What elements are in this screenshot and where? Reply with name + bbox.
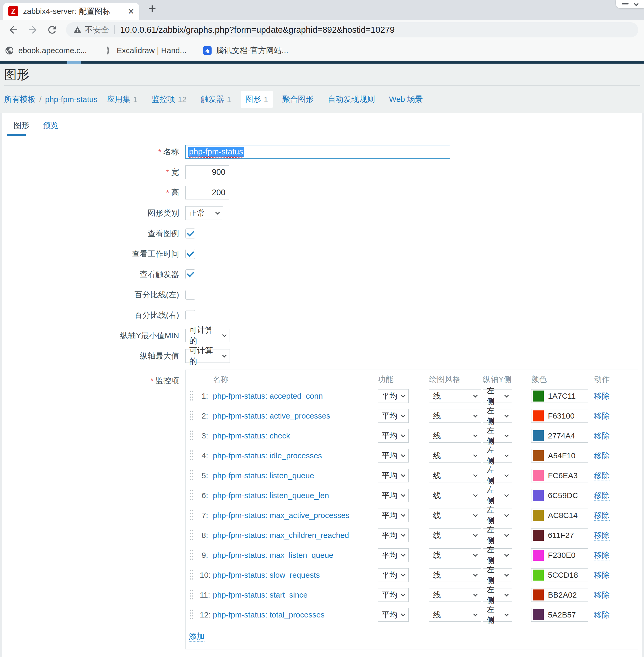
item-name-link[interactable]: php-fpm-status: idle_processes [213,451,322,460]
height-input[interactable]: 200 [185,186,229,200]
checkbox[interactable] [185,310,195,320]
nav-tab-link[interactable]: 应用集 [107,94,130,105]
function-select[interactable]: 平均 [378,509,409,522]
drag-handle-icon[interactable] [190,450,193,461]
color-picker[interactable]: 5CCD18 [531,568,588,582]
nav-tab-link[interactable]: 触发器 [201,94,224,105]
item-name-link[interactable]: php-fpm-status: accepted_conn [213,392,323,400]
remove-item-link[interactable]: 移除 [594,471,610,481]
ymin-select[interactable]: 可计算的 [185,329,230,343]
color-picker[interactable]: 6C59DC [531,489,588,502]
item-name-link[interactable]: php-fpm-status: start_since [213,590,307,599]
remove-item-link[interactable]: 移除 [594,551,610,560]
add-item-link[interactable]: 添加 [189,632,204,641]
item-name-link[interactable]: php-fpm-status: max_listen_queue [213,551,333,559]
draw-style-select[interactable]: 线 [429,409,481,423]
remove-item-link[interactable]: 移除 [594,451,610,461]
draw-style-select[interactable]: 线 [429,389,481,403]
tab-preview-link[interactable]: 预览 [43,121,59,130]
color-picker[interactable]: 611F27 [531,529,588,542]
nav-tab-link[interactable]: 监控项 [152,94,175,105]
drag-handle-icon[interactable] [190,610,193,620]
function-select[interactable]: 平均 [378,568,409,582]
color-picker[interactable]: F63100 [531,409,588,423]
nav-tab-link[interactable]: 自动发现规则 [328,94,375,105]
item-name-link[interactable]: php-fpm-status: max_children_reached [213,531,349,539]
close-tab-icon[interactable]: × [128,6,134,17]
y-side-select[interactable]: 左侧 [483,429,512,443]
function-select[interactable]: 平均 [378,588,409,602]
y-side-select[interactable]: 左侧 [483,568,512,582]
item-name-link[interactable]: php-fpm-status: max_active_processes [213,511,349,520]
url-text[interactable]: 10.0.0.61/zabbix/graphs.php?form=update&… [120,25,395,35]
drag-handle-icon[interactable] [190,391,193,401]
new-tab-button[interactable]: + [148,2,156,16]
color-picker[interactable]: BB2A02 [531,588,588,602]
remove-item-link[interactable]: 移除 [594,531,610,541]
width-input[interactable]: 900 [185,165,229,179]
remove-item-link[interactable]: 移除 [594,412,610,421]
back-icon[interactable] [7,24,19,36]
y-side-select[interactable]: 左侧 [483,608,512,621]
nav-tab-link[interactable]: Web 场景 [389,94,423,105]
draw-style-select[interactable]: 线 [429,489,481,502]
drag-handle-icon[interactable] [190,430,193,441]
draw-style-select[interactable]: 线 [429,588,481,602]
draw-style-select[interactable]: 线 [429,568,481,582]
y-side-select[interactable]: 左侧 [483,469,512,483]
ymax-select[interactable]: 可计算的 [185,349,230,363]
color-picker[interactable]: FC6EA3 [531,469,588,483]
function-select[interactable]: 平均 [378,529,409,542]
y-side-select[interactable]: 左侧 [483,548,512,562]
item-name-link[interactable]: php-fpm-status: check [213,431,290,440]
nav-tab[interactable]: 图形 1 [240,91,273,108]
drag-handle-icon[interactable] [190,510,193,521]
y-side-select[interactable]: 左侧 [483,529,512,542]
draw-style-select[interactable]: 线 [429,548,481,562]
remove-item-link[interactable]: 移除 [594,431,610,441]
y-side-select[interactable]: 左侧 [483,509,512,522]
bookmark-item[interactable]: ebook.apecome.c... [5,46,87,55]
nav-tab-link[interactable]: 图形 [245,94,261,105]
function-select[interactable]: 平均 [378,449,409,463]
forward-icon[interactable] [27,24,39,36]
y-side-select[interactable]: 左侧 [483,588,512,602]
reload-icon[interactable] [46,24,58,36]
checkbox[interactable] [185,290,195,300]
minimize-icon[interactable] [622,3,628,4]
checkbox[interactable] [185,249,195,259]
checkbox[interactable] [185,229,195,238]
function-select[interactable]: 平均 [378,429,409,443]
security-label[interactable]: 不安全 [85,24,109,36]
item-name-link[interactable]: php-fpm-status: total_processes [213,610,325,619]
remove-item-link[interactable]: 移除 [594,392,610,401]
bookmark-item[interactable]: Excalidraw | Hand... [103,46,186,55]
drag-handle-icon[interactable] [190,550,193,560]
tab-graph[interactable]: 图形 [7,115,36,136]
item-name-link[interactable]: php-fpm-status: slow_requests [213,571,320,579]
drag-handle-icon[interactable] [190,490,193,501]
nav-tab[interactable]: 监控项 12 [147,91,191,108]
draw-style-select[interactable]: 线 [429,529,481,542]
drag-handle-icon[interactable] [190,530,193,541]
bookmark-item[interactable]: 腾讯文档-官方网站... [203,45,288,56]
function-select[interactable]: 平均 [378,608,409,621]
breadcrumb-all-templates[interactable]: 所有模板 [4,94,36,105]
graph-type-select[interactable]: 正常 [185,206,223,220]
y-side-select[interactable]: 左侧 [483,389,512,403]
color-picker[interactable]: 5A2B57 [531,608,588,621]
function-select[interactable]: 平均 [378,469,409,483]
color-picker[interactable]: AC8C14 [531,509,588,522]
drag-handle-icon[interactable] [190,411,193,421]
color-picker[interactable]: 1A7C11 [531,389,588,403]
item-name-link[interactable]: php-fpm-status: listen_queue [213,471,314,480]
nav-tab[interactable]: 聚合图形 [277,91,318,108]
draw-style-select[interactable]: 线 [429,449,481,463]
drag-handle-icon[interactable] [190,470,193,481]
nav-tab[interactable]: 自动发现规则 [323,91,380,108]
draw-style-select[interactable]: 线 [429,469,481,483]
drag-handle-icon[interactable] [190,590,193,600]
draw-style-select[interactable]: 线 [429,509,481,522]
chevron-down-icon[interactable] [634,1,639,6]
name-input[interactable]: php-fpm-status [185,145,450,159]
